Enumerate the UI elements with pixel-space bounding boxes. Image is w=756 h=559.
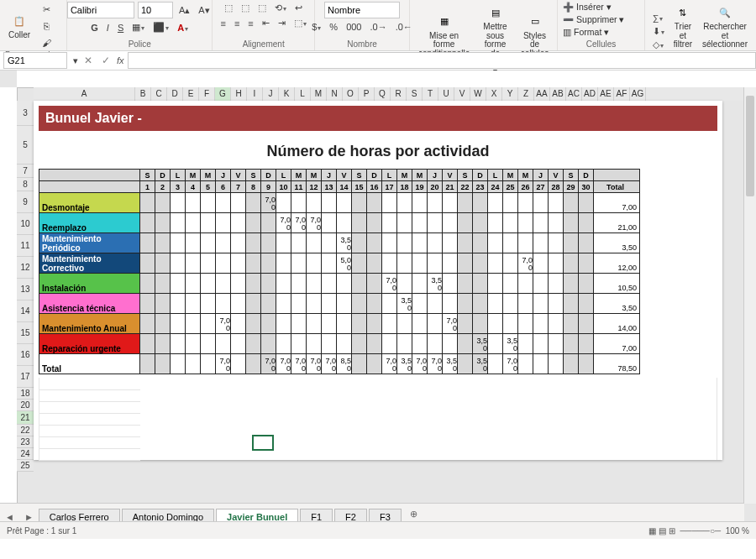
align-bottom-icon[interactable]: ⬚: [255, 2, 269, 14]
activity-reemplazo[interactable]: Reemplazo: [39, 213, 140, 233]
fill-color-button[interactable]: ⬛: [150, 21, 171, 34]
empty-grid[interactable]: [39, 378, 717, 460]
add-sheet-button[interactable]: ⊕: [403, 506, 424, 522]
row-header-5[interactable]: 5: [17, 126, 34, 165]
insert-button[interactable]: ➕ Insérer ▾: [563, 2, 612, 13]
col-header-U[interactable]: U: [438, 87, 454, 101]
row-header-25[interactable]: 25: [17, 460, 34, 472]
formula-input[interactable]: [128, 52, 756, 69]
shrink-font-icon[interactable]: A▾: [196, 4, 212, 17]
row-header-16[interactable]: 16: [17, 344, 34, 366]
activity-table[interactable]: SDLMMJVSDLMMJVSDLMMJVSDLMMJVSD1234567891…: [39, 169, 640, 374]
row-headers[interactable]: 35789101112131415161718202122232425: [17, 101, 34, 472]
row-header-18[interactable]: 18: [17, 388, 34, 400]
namebox-dropdown-icon[interactable]: ▾: [71, 55, 81, 67]
col-header-AD[interactable]: AD: [582, 87, 598, 101]
underline-button[interactable]: S: [115, 22, 126, 34]
view-pagebreak-icon[interactable]: ⊞: [669, 526, 675, 535]
decimal-inc-icon[interactable]: .0→: [367, 21, 389, 33]
confirm-icon[interactable]: ✓: [98, 55, 113, 66]
col-header-AF[interactable]: AF: [614, 87, 630, 101]
row-header-23[interactable]: 23: [17, 436, 34, 448]
row-header-21[interactable]: 21: [17, 411, 34, 425]
currency-icon[interactable]: $: [309, 21, 323, 33]
clear-button[interactable]: ◇: [650, 39, 667, 50]
col-header-S[interactable]: S: [407, 87, 423, 101]
find-select-button[interactable]: 🔍Rechercher et sélectionner ▾: [699, 2, 751, 60]
col-header-E[interactable]: E: [183, 87, 199, 101]
col-header-I[interactable]: I: [247, 87, 263, 101]
row-header-13[interactable]: 13: [17, 279, 34, 300]
indent-dec-icon[interactable]: ⇤: [260, 17, 272, 29]
activity-desmontaje[interactable]: Desmontaje: [39, 193, 140, 213]
align-left-icon[interactable]: ≡: [218, 18, 228, 29]
col-header-A[interactable]: A: [34, 87, 135, 101]
activity-mantenimiento-anual[interactable]: Mantenimiento Anual: [39, 314, 140, 334]
row-header-11[interactable]: 11: [17, 235, 34, 257]
activity-mantenimiento-periódico[interactable]: Mantenimiento Periódico: [39, 233, 140, 253]
align-right-icon[interactable]: ≡: [245, 18, 255, 29]
font-color-button[interactable]: A: [175, 22, 191, 34]
col-header-Q[interactable]: Q: [375, 87, 391, 101]
col-header-N[interactable]: N: [327, 87, 343, 101]
row-header-20[interactable]: 20: [17, 400, 34, 411]
col-header-F[interactable]: F: [199, 87, 215, 101]
col-header-Y[interactable]: Y: [502, 87, 518, 101]
fx-icon[interactable]: fx: [113, 55, 128, 65]
align-center-icon[interactable]: ≡: [232, 18, 242, 29]
row-header-7[interactable]: 7: [17, 165, 34, 178]
view-normal-icon[interactable]: ▦: [648, 526, 656, 535]
fill-button[interactable]: ⬇: [650, 25, 667, 37]
align-top-icon[interactable]: ⬚: [222, 2, 235, 14]
row-header-17[interactable]: 17: [17, 366, 34, 388]
col-header-G[interactable]: G: [215, 87, 231, 101]
col-header-T[interactable]: T: [423, 87, 438, 101]
percent-icon[interactable]: %: [327, 21, 340, 33]
copy-icon[interactable]: ⎘: [37, 18, 55, 34]
activity-mantenimiento-correctivo[interactable]: Mantenimiento Correctivo: [39, 253, 140, 274]
row-header-3[interactable]: 3: [17, 101, 34, 126]
col-header-AB[interactable]: AB: [550, 87, 566, 101]
col-header-AA[interactable]: AA: [534, 87, 550, 101]
col-header-O[interactable]: O: [343, 87, 359, 101]
row-header-15[interactable]: 15: [17, 322, 34, 344]
orientation-icon[interactable]: ⟲: [272, 2, 289, 14]
font-name-input[interactable]: [67, 2, 134, 18]
paste-button[interactable]: 📋 Coller: [5, 10, 34, 42]
col-header-B[interactable]: B: [135, 87, 151, 101]
italic-button[interactable]: I: [104, 22, 112, 34]
row-header-24[interactable]: 24: [17, 448, 34, 460]
col-header-AC[interactable]: AC: [566, 87, 582, 101]
col-header-J[interactable]: J: [263, 87, 279, 101]
row-header-12[interactable]: 12: [17, 257, 34, 279]
cut-icon[interactable]: ✂: [37, 2, 55, 17]
wrap-text-button[interactable]: ↩: [292, 2, 305, 14]
number-format-select[interactable]: [324, 2, 400, 18]
col-header-D[interactable]: D: [167, 87, 183, 101]
col-header-X[interactable]: X: [486, 87, 502, 101]
merge-button[interactable]: ⬚: [291, 17, 309, 29]
thousands-icon[interactable]: 000: [344, 21, 364, 33]
col-header-V[interactable]: V: [454, 87, 470, 101]
row-header-22[interactable]: 22: [17, 425, 34, 436]
row-header-9[interactable]: 9: [17, 191, 34, 213]
align-middle-icon[interactable]: ⬚: [239, 2, 252, 14]
autosum-button[interactable]: ∑: [650, 12, 667, 24]
bold-button[interactable]: G: [88, 22, 101, 34]
col-header-R[interactable]: R: [391, 87, 407, 101]
name-box[interactable]: [3, 52, 67, 69]
row-header-14[interactable]: 14: [17, 300, 34, 322]
col-header-M[interactable]: M: [311, 87, 327, 101]
row-header-10[interactable]: 10: [17, 213, 34, 235]
col-header-AE[interactable]: AE: [598, 87, 614, 101]
format-painter-icon[interactable]: 🖌: [37, 35, 55, 50]
col-header-L[interactable]: L: [295, 87, 311, 101]
col-header-K[interactable]: K: [279, 87, 295, 101]
col-header-C[interactable]: C: [151, 87, 167, 101]
activity-asistencia-técnica[interactable]: Asistencia técnica: [39, 294, 140, 314]
border-button[interactable]: ▦: [129, 21, 147, 34]
scrollbar-thumb[interactable]: [746, 96, 754, 196]
activity-instalación[interactable]: Instalación: [39, 274, 140, 294]
col-header-AG[interactable]: AG: [630, 87, 646, 101]
font-size-input[interactable]: [138, 2, 173, 18]
